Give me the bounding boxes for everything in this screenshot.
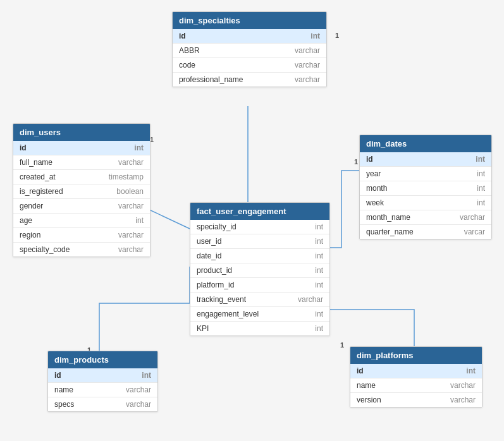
line-users-fact [147,208,190,229]
col-name: region [20,231,40,239]
cardinality-dates: 1 [354,158,358,166]
table-row: version varchar [350,393,482,407]
table-fact-user-engagement: fact_user_engagement specialty_id int us… [190,202,330,336]
table-row: region varchar [13,228,150,243]
line-dates-fact [328,171,359,248]
col-name: id [179,32,186,40]
col-name: product_id [197,266,232,275]
table-header-dim-specialties: dim_specialties [173,12,326,29]
col-name: KPI [197,324,209,333]
col-name: tracking_event [197,295,246,304]
col-type: varchar [295,75,320,84]
col-type: int [315,222,323,231]
table-row: ABBR varchar [173,44,326,58]
col-name: id [20,143,27,152]
col-name: user_id [197,237,221,246]
table-row: id int [360,152,491,167]
cardinality-platforms: 1 [340,341,344,349]
col-name: name [357,381,376,390]
table-row: date_id int [190,249,329,263]
line-platforms-fact [328,286,414,346]
col-type: varchar [298,295,323,304]
col-name: is_registered [20,187,63,196]
table-dim-products: dim_products id int name varchar specs v… [47,351,158,412]
table-header-dim-dates: dim_dates [360,135,491,152]
col-name: week [366,198,384,207]
col-name: date_id [197,251,221,260]
table-dim-dates: dim_dates id int year int month int week… [359,135,492,239]
table-row: id int [173,29,326,44]
col-type: varcar [464,227,485,236]
col-type: int [477,169,485,178]
col-type: varchar [126,385,151,394]
table-row: id int [350,364,482,378]
col-name: id [357,366,364,375]
col-name: id [366,155,373,164]
col-name: version [357,396,381,404]
col-name: specialty_id [197,222,237,231]
table-row: specs varchar [48,397,157,411]
col-type: varchar [450,396,476,404]
table-row: is_registered boolean [13,184,150,199]
col-name: code [179,61,195,69]
line-specialties-fact [190,106,248,208]
col-type: varchar [295,61,320,69]
table-row: full_name varchar [13,155,150,170]
table-row: gender varchar [13,199,150,214]
table-row: age int [13,214,150,228]
table-header-dim-products: dim_products [48,351,157,368]
table-header-fact-user-engagement: fact_user_engagement [190,203,329,220]
col-name: full_name [20,158,52,167]
col-name: specs [54,400,74,409]
table-dim-platforms: dim_platforms id int name varchar versio… [350,346,482,408]
col-name: quarter_name [366,227,414,236]
col-type: int [477,198,485,207]
col-type: varchar [118,231,144,239]
table-row: code varchar [173,58,326,73]
col-name: id [54,371,61,380]
table-row: id int [13,141,150,155]
col-type: int [315,310,323,318]
table-row: month int [360,181,491,196]
col-type: int [315,266,323,275]
table-row: created_at timestamp [13,170,150,184]
col-type: varchar [118,245,144,254]
table-row: user_id int [190,234,329,249]
table-row: product_id int [190,263,329,278]
table-row: platform_id int [190,278,329,293]
table-dim-users: dim_users id int full_name varchar creat… [13,123,151,257]
table-dim-specialties: dim_specialties id int ABBR varchar code… [172,11,327,87]
table-row: year int [360,167,491,181]
line-products-fact [99,267,190,351]
col-type: int [476,155,485,164]
table-row: month_name varchar [360,210,491,225]
table-row: name varchar [350,378,482,393]
col-type: int [142,371,151,380]
col-type: varchar [126,400,151,409]
col-name: platform_id [197,281,234,289]
col-name: specialty_code [20,245,70,254]
col-type: varchar [118,202,144,210]
col-name: name [54,385,73,394]
table-row: quarter_name varcar [360,225,491,239]
col-type: int [134,143,144,152]
table-row: name varchar [48,383,157,397]
col-name: engagement_level [197,310,259,318]
table-row: tracking_event varchar [190,293,329,307]
col-type: varchar [450,381,476,390]
table-row: id int [48,368,157,383]
table-row: specialty_id int [190,220,329,234]
col-type: varchar [295,46,320,55]
col-type: int [135,216,144,225]
col-type: int [477,184,485,193]
col-type: int [315,251,323,260]
col-type: int [315,281,323,289]
table-header-dim-users: dim_users [13,124,150,141]
col-type: boolean [116,187,144,196]
col-name: age [20,216,32,225]
col-type: int [310,32,320,40]
col-name: professional_name [179,75,243,84]
col-type: varchar [118,158,144,167]
cardinality-specialties: 1 [335,32,339,39]
col-name: month [366,184,387,193]
